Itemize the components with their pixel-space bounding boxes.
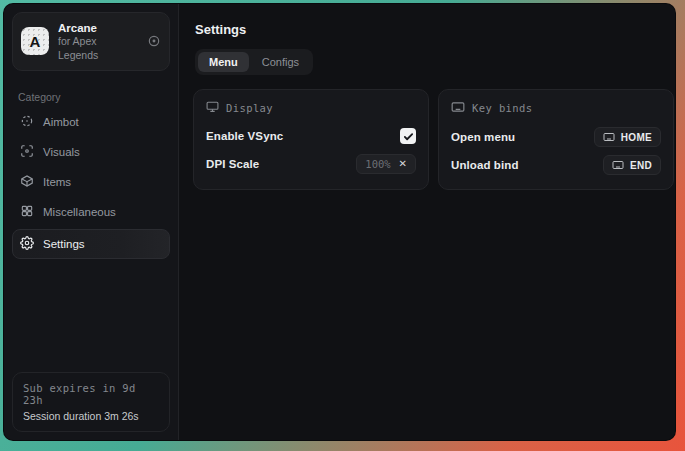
keybinds-card-header: Key binds [451,100,661,116]
cube-icon [20,174,34,190]
keybinds-card-title: Key binds [472,102,533,114]
main-content: Settings Menu Configs Display Enable VSy… [179,4,676,440]
open-menu-key: HOME [621,132,652,143]
keyboard-icon [612,159,624,171]
monitor-icon [206,100,219,115]
sidebar-item-miscellaneous[interactable]: Miscellaneous [12,197,170,227]
dpi-scale-input[interactable]: 100% ✕ [356,154,416,174]
display-card-header: Display [206,100,416,115]
keybinds-card: Key binds Open menu HOME Unload bin [438,89,674,190]
subscription-status-card: Sub expires in 9d 23h Session duration 3… [12,372,170,432]
open-menu-row: Open menu HOME [451,125,661,149]
dpi-scale-value: 100% [365,158,390,170]
sidebar-item-aimbot[interactable]: Aimbot [12,107,170,137]
brand-text: Arcane for Apex Legends [58,21,138,62]
dpi-scale-label: DPI Scale [206,158,259,170]
grid-icon [20,204,34,220]
sidebar-item-label: Miscellaneous [43,206,116,218]
enable-vsync-checkbox[interactable] [400,128,416,144]
sidebar-item-label: Settings [43,238,85,250]
gear-icon [20,236,34,252]
page-title: Settings [195,22,674,37]
settings-cards: Display Enable VSync DPI Scale [193,89,674,190]
sidebar-item-items[interactable]: Items [12,167,170,197]
clear-icon[interactable]: ✕ [399,159,407,169]
session-duration-text: Session duration 3m 26s [23,410,159,422]
unload-bind-key: END [630,160,652,171]
enable-vsync-row: Enable VSync [206,124,416,148]
brand-subtitle: for Apex Legends [58,35,138,61]
unload-bind-keybind-button[interactable]: END [603,155,661,175]
settings-tabbar: Menu Configs [195,49,313,75]
keyboard-icon [603,131,615,143]
category-label: Category [18,91,164,103]
category-nav: Aimbot Visuals Items [4,107,178,259]
target-icon[interactable] [147,34,161,48]
enable-vsync-label: Enable VSync [206,130,283,142]
sidebar-item-label: Items [43,176,71,188]
check-icon [403,131,414,142]
open-menu-label: Open menu [451,131,515,143]
sidebar-item-label: Aimbot [43,116,79,128]
unload-bind-row: Unload bind END [451,153,661,177]
brand-name: Arcane [58,21,138,35]
display-card-title: Display [226,102,273,114]
sidebar-item-label: Visuals [43,146,80,158]
tab-configs[interactable]: Configs [251,52,310,72]
keyboard-icon [451,100,465,116]
tab-menu[interactable]: Menu [198,52,249,72]
unload-bind-label: Unload bind [451,159,519,171]
app-window: A Arcane for Apex Legends Category Aimbo… [3,3,676,441]
brand-logo: A [21,27,49,55]
display-card: Display Enable VSync DPI Scale [193,89,429,190]
open-menu-keybind-button[interactable]: HOME [594,127,661,147]
eye-scan-icon [20,144,34,160]
sidebar: A Arcane for Apex Legends Category Aimbo… [4,4,179,440]
brand-card: A Arcane for Apex Legends [12,12,170,71]
crosshair-icon [20,114,34,130]
sidebar-item-settings[interactable]: Settings [12,229,170,259]
sub-expires-text: Sub expires in 9d 23h [23,382,159,406]
sidebar-item-visuals[interactable]: Visuals [12,137,170,167]
dpi-scale-row: DPI Scale 100% ✕ [206,152,416,176]
